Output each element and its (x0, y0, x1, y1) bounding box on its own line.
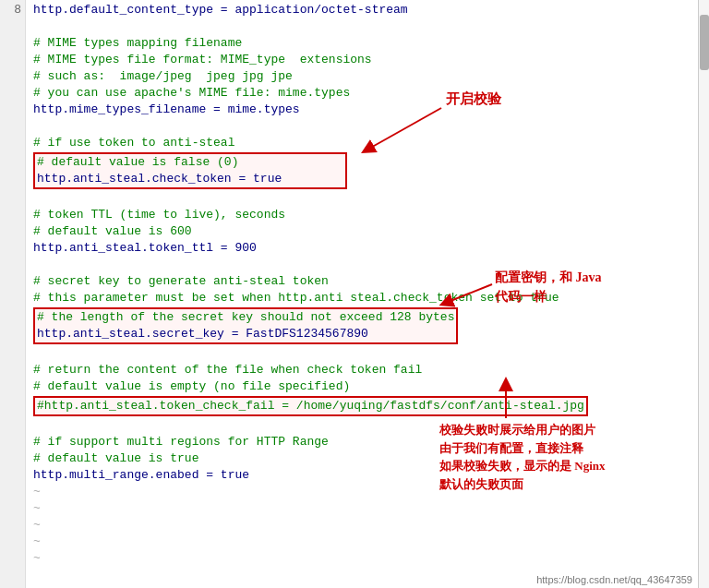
code-line-hb2-1: # the length of the secret key should no… (35, 309, 456, 326)
code-line-tilde-2: ~ (33, 500, 691, 517)
code-line-empty-3 (33, 190, 691, 207)
highlight-block-3: #http.anti_steal.token_check_fail = /hom… (33, 396, 588, 416)
code-line-mime-2: # MIME types file format: MIME_type exte… (33, 52, 691, 68)
code-line-tilde-3: ~ (33, 517, 691, 534)
code-line-mime-3: # such as: image/jpeg jpeg jpg jpe (33, 68, 691, 85)
code-line-ttl-3: http.anti_steal.token_ttl = 900 (33, 240, 691, 257)
code-line-mime-5: http.mime_types_filename = mime.types (33, 102, 691, 118)
highlight-block-1: # default value is false (0) http.anti_s… (33, 152, 347, 189)
url-bar: https://blog.csdn.net/qq_43647359 (533, 573, 696, 586)
code-line-as-1: # if use token to anti-steal (33, 135, 691, 151)
line-numbers: 8 (0, 0, 26, 588)
code-line-hb1-2: http.anti_steal.check_token = true (35, 171, 345, 187)
code-line-tcf-2: # default value is empty (no file specif… (33, 378, 691, 395)
code-line-mime-4: # you can use apache's MIME file: mime.t… (33, 85, 691, 102)
code-area: http.default_content_type = application/… (26, 0, 698, 588)
code-line-tcf-1: # return the content of the file when ch… (33, 362, 691, 378)
code-line-tilde-4: ~ (33, 534, 691, 550)
annotation-2: 配置密钥，和 Java 代码一样 (495, 268, 602, 306)
scrollbar-thumb[interactable] (700, 15, 709, 70)
highlight-block-2: # the length of the secret key should no… (33, 307, 458, 344)
code-line-hb2-2: http.anti_steal.secret_key = FastDFS1234… (35, 326, 456, 342)
code-line-ttl-2: # default value is 600 (33, 223, 691, 240)
code-line-ttl-1: # token TTL (time to live), seconds (33, 207, 691, 223)
code-line-empty-1 (33, 18, 691, 35)
annotation-3: 校验失败时展示给用户的图片 由于我们有配置，直接注释 如果校验失败，显示的是 N… (439, 421, 605, 493)
main-container: 8 http.default_content_typ (0, 0, 709, 588)
annotation-1: 开启校验 (446, 90, 501, 107)
code-line-empty-5 (33, 345, 691, 362)
code-line-1: http.default_content_type = application/… (33, 2, 691, 18)
code-line-empty-2 (33, 118, 691, 135)
scrollbar-vertical[interactable] (698, 0, 709, 588)
line-num-8: 8 (14, 2, 21, 18)
code-line-hb3-1: #http.anti_steal.token_check_fail = /hom… (35, 398, 586, 414)
code-line-tilde-5: ~ (33, 550, 691, 567)
code-line-hb1-1: # default value is false (0) (35, 154, 345, 171)
code-line-mime-1: # MIME types mapping filename (33, 35, 691, 52)
